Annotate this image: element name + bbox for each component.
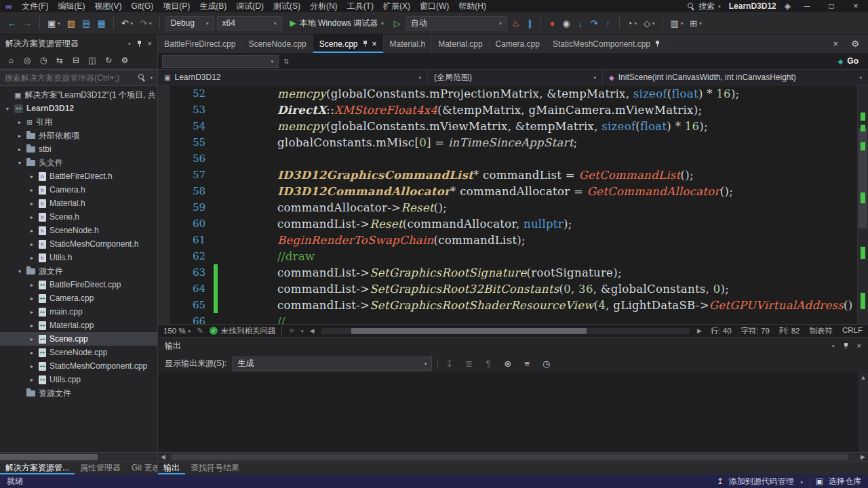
- document-tab[interactable]: SceneNode.cpp: [242, 35, 313, 53]
- menu-item[interactable]: 项目(P): [158, 0, 195, 12]
- expander-icon[interactable]: ▸: [16, 119, 23, 125]
- code-line[interactable]: 60commandList->Reset(commandAllocator, n…: [158, 216, 868, 232]
- horizontal-scrollbar[interactable]: [321, 328, 690, 334]
- pencil-icon[interactable]: ✎: [197, 326, 203, 336]
- nav-scope-dropdown[interactable]: (全局范围) ▾: [428, 70, 603, 85]
- tree-item[interactable]: ▸++StaticMeshComponent.cpp: [0, 359, 157, 373]
- platform-combo[interactable]: x64▾: [217, 16, 282, 30]
- tree-item[interactable]: ▸hCamera.h: [0, 183, 157, 197]
- close-icon[interactable]: ×: [830, 37, 841, 52]
- pin-icon[interactable]: [654, 40, 660, 47]
- code-line[interactable]: 54memcpy(globalConstants.mViewMatrix, &t…: [158, 118, 868, 134]
- step-into-icon[interactable]: ↓: [575, 16, 586, 30]
- pin-icon[interactable]: [136, 40, 142, 47]
- code-line[interactable]: 66//: [158, 313, 868, 324]
- redo-icon[interactable]: ↷▾: [138, 16, 153, 30]
- menu-item[interactable]: 扩展(X): [378, 0, 415, 12]
- breakpoint-margin[interactable]: [158, 150, 170, 167]
- expander-icon[interactable]: ▸: [28, 201, 35, 207]
- expander-icon[interactable]: ▸: [28, 350, 35, 356]
- code-line[interactable]: 63commandList->SetGraphicsRootSignature(…: [158, 264, 868, 281]
- menu-item[interactable]: 视图(V): [90, 0, 127, 12]
- caret-up-icon[interactable]: ▲: [800, 479, 804, 484]
- split-control-icon[interactable]: ⇅: [281, 58, 291, 65]
- tree-item[interactable]: 资源文件: [0, 386, 157, 400]
- dropdown-caret-icon[interactable]: ▾: [150, 75, 153, 80]
- panel-tab[interactable]: 解决方案资源管...: [0, 462, 75, 474]
- menu-item[interactable]: Git(G): [127, 0, 159, 12]
- code-cleanup-icon[interactable]: ✧: [288, 326, 295, 336]
- output-titlebar[interactable]: 输出 ▾ ×: [158, 338, 868, 354]
- refresh-icon[interactable]: ↻: [103, 54, 114, 66]
- diagnostics-icon[interactable]: ◔▾: [625, 16, 639, 30]
- start-debugging-button[interactable]: ▶本地 Windows 调试器▾: [285, 16, 389, 30]
- code-line[interactable]: 64commandList->SetGraphicsRoot32BitConst…: [158, 281, 868, 297]
- feedback-icon[interactable]: ◈: [785, 1, 791, 11]
- document-tab[interactable]: BattleFireDirect.cpp: [158, 35, 242, 53]
- expander-icon[interactable]: ▸: [28, 228, 35, 234]
- minimize-button[interactable]: ─: [799, 1, 815, 11]
- scroll-up-icon[interactable]: ▲: [859, 374, 868, 381]
- code-line[interactable]: 56: [158, 150, 868, 167]
- nav-member-dropdown[interactable]: ◆ InitScene(int inCanvasWidth, int inCan…: [603, 70, 868, 85]
- pin-icon[interactable]: [843, 342, 849, 350]
- vs-logo-icon[interactable]: ∞: [5, 1, 12, 12]
- expander-icon[interactable]: ▸: [16, 146, 23, 152]
- output-content[interactable]: ▲: [158, 373, 868, 452]
- menu-item[interactable]: 测试(S): [269, 0, 305, 12]
- dropdown-caret-icon[interactable]: ▾: [301, 329, 304, 333]
- status-indent-mode[interactable]: 制表符: [809, 326, 833, 336]
- menu-item[interactable]: 编辑(E): [54, 0, 90, 12]
- expander-icon[interactable]: ▸: [28, 187, 35, 193]
- open-file-icon[interactable]: ▨: [65, 16, 77, 30]
- tree-item[interactable]: ▸stbi: [0, 142, 157, 156]
- goto-source-icon[interactable]: ↧: [443, 356, 455, 371]
- code-line[interactable]: 58ID3D12CommandAllocator* commandAllocat…: [158, 183, 868, 199]
- tree-item[interactable]: ▸++main.cpp: [0, 305, 157, 319]
- expander-icon[interactable]: ▸: [28, 336, 35, 342]
- messages-icon[interactable]: ≣: [463, 356, 475, 371]
- panel-horizontal-scrollbar[interactable]: ◀ ▶: [158, 452, 868, 461]
- select-repository-button[interactable]: 选择仓库: [829, 476, 861, 487]
- code-line[interactable]: 55globalConstants.mMisc[0] = inTimeSince…: [158, 134, 868, 150]
- breakpoint-margin[interactable]: [158, 248, 170, 264]
- breakpoint-icon[interactable]: ●: [547, 16, 557, 30]
- undo-icon[interactable]: ↶▾: [119, 16, 135, 30]
- tree-item[interactable]: ▸hSceneNode.h: [0, 224, 157, 237]
- close-button[interactable]: ×: [848, 1, 864, 11]
- expander-icon[interactable]: ▸: [28, 377, 35, 383]
- panel-tab[interactable]: 属性管理器: [75, 462, 126, 474]
- code-line[interactable]: 52memcpy(globalConstants.mProjectionMatr…: [158, 85, 868, 102]
- tree-item[interactable]: ▸hBattleFireDirect.h: [0, 169, 157, 183]
- collapse-all-icon[interactable]: ⊟: [71, 54, 81, 66]
- save-all-icon[interactable]: ▦: [95, 16, 107, 30]
- start-without-debugging-button[interactable]: ▷: [392, 16, 403, 30]
- scroll-right-icon[interactable]: ▶: [697, 327, 702, 334]
- break-all-icon[interactable]: ∥: [524, 16, 535, 30]
- solution-explorer-titlebar[interactable]: 解决方案资源管理器 ▾ ×: [0, 35, 157, 52]
- document-tab[interactable]: Scene.cpp×: [313, 35, 384, 53]
- pending-changes-icon[interactable]: ◎: [22, 54, 33, 66]
- menu-item[interactable]: 工具(T): [342, 0, 378, 12]
- snapshot-icon[interactable]: ◉: [560, 16, 572, 30]
- close-icon[interactable]: ×: [372, 39, 377, 49]
- solution-search-box[interactable]: ▾: [0, 69, 157, 86]
- document-tab[interactable]: Camera.cpp: [490, 35, 547, 53]
- hot-reload-icon[interactable]: ♨: [510, 16, 522, 30]
- scroll-right-icon[interactable]: ▶: [861, 453, 865, 460]
- tree-item[interactable]: ▣解决方案"LearnD3D12"(1 个项目, 共 1 个项目): [0, 88, 157, 102]
- menu-item[interactable]: 分析(N): [305, 0, 342, 12]
- tree-item[interactable]: ▾源文件: [0, 264, 157, 278]
- home-icon[interactable]: ⌂: [5, 54, 16, 66]
- tree-item[interactable]: ▾头文件: [0, 156, 157, 169]
- maximize-button[interactable]: □: [823, 1, 840, 11]
- forward-icon[interactable]: →: [21, 16, 34, 30]
- expander-icon[interactable]: ▾: [16, 160, 23, 166]
- breakpoint-margin[interactable]: [158, 134, 170, 150]
- expander-icon[interactable]: ▾: [16, 268, 23, 274]
- expander-icon[interactable]: ▸: [28, 323, 35, 329]
- output-vertical-scrollbar[interactable]: ▲: [859, 373, 868, 452]
- breakpoint-margin[interactable]: [158, 264, 170, 281]
- step-out-icon[interactable]: ↑: [603, 16, 614, 30]
- code-health-indicator[interactable]: ✓ 未找到相关问题: [210, 326, 276, 336]
